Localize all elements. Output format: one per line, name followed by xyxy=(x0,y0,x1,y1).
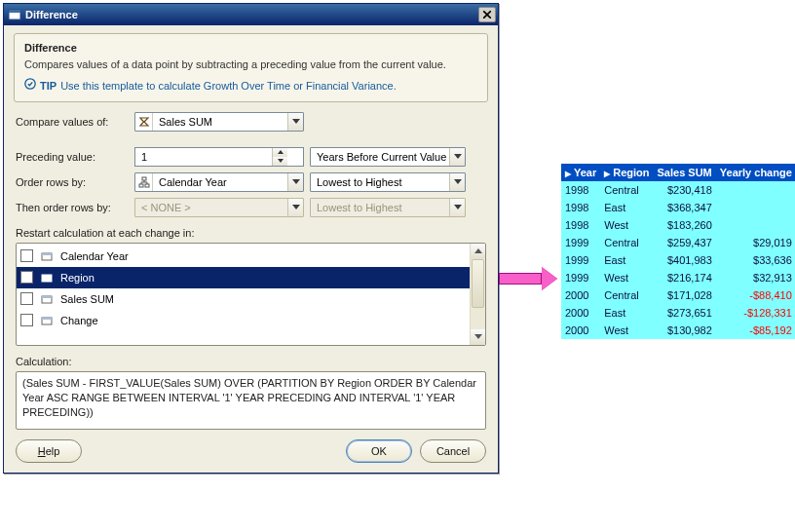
description-panel: Difference Compares values of a data poi… xyxy=(14,33,488,102)
table-cell: 1998 xyxy=(561,199,600,216)
table-cell: East xyxy=(600,199,653,216)
table-row: 2000Central$171,028-$88,410 xyxy=(561,286,795,304)
calc-label: Calculation: xyxy=(16,356,486,367)
hierarchy-icon xyxy=(135,173,153,191)
scrollbar-track[interactable] xyxy=(471,259,485,329)
preceding-value: 1 xyxy=(135,151,272,163)
restart-listbox[interactable]: Calendar Year✔RegionSales SUMChange xyxy=(16,243,486,346)
table-row: 1999East$401,983$33,636 xyxy=(561,251,795,269)
checkbox[interactable]: ✔ xyxy=(20,271,33,284)
window-title: Difference xyxy=(25,9,478,20)
table-cell: $33,636 xyxy=(716,251,795,269)
table-cell: East xyxy=(600,304,653,322)
checkbox[interactable] xyxy=(20,292,33,305)
table-row: 2000East$273,651-$128,331 xyxy=(561,304,795,322)
list-item[interactable]: Change xyxy=(17,310,470,331)
ok-button[interactable]: OK xyxy=(346,439,412,463)
svg-rect-5 xyxy=(142,177,146,180)
table-cell: Central xyxy=(600,234,653,251)
help-button[interactable]: Help xyxy=(16,439,82,463)
chevron-down-icon[interactable] xyxy=(449,173,465,191)
scrollbar-up-icon[interactable] xyxy=(471,244,485,259)
scrollbar[interactable] xyxy=(470,244,485,345)
order-by-select[interactable]: Calendar Year xyxy=(134,172,304,192)
table-cell: West xyxy=(600,216,653,234)
list-item[interactable]: ✔Region xyxy=(17,267,470,288)
chevron-down-icon[interactable] xyxy=(449,148,465,166)
table-cell: $216,174 xyxy=(654,269,716,286)
table-cell: $171,028 xyxy=(654,286,716,304)
table-cell: $273,651 xyxy=(654,304,716,322)
table-cell: $401,983 xyxy=(654,251,716,269)
table-cell: $29,019 xyxy=(716,234,795,251)
svg-rect-6 xyxy=(139,184,143,187)
cancel-button[interactable]: Cancel xyxy=(420,439,486,463)
restart-section: Restart calculation at each change in: C… xyxy=(16,227,486,346)
table-cell: 2000 xyxy=(561,322,600,339)
calc-textbox[interactable]: (Sales SUM - FIRST_VALUE(Sales SUM) OVER… xyxy=(16,371,486,430)
then-direction-select: Lowest to Highest xyxy=(310,198,466,217)
table-cell: West xyxy=(600,322,653,339)
header-year[interactable]: ▶Year xyxy=(561,164,600,181)
result-table: ▶Year ▶Region Sales SUM Yearly change 19… xyxy=(561,164,795,339)
tip-icon xyxy=(24,78,36,90)
checkbox[interactable] xyxy=(20,249,33,262)
order-direction-select[interactable]: Lowest to Highest xyxy=(310,172,466,192)
item-icon xyxy=(39,313,55,328)
item-icon xyxy=(39,291,55,307)
row-order: Order rows by: Calendar Year Lowest to H… xyxy=(16,172,486,192)
table-cell: -$128,331 xyxy=(716,304,795,322)
svg-rect-7 xyxy=(145,184,149,187)
header-change[interactable]: Yearly change xyxy=(716,164,795,181)
table-cell: 1999 xyxy=(561,269,600,286)
then-order-select[interactable]: < NONE > xyxy=(134,198,304,217)
table-cell: Central xyxy=(600,181,653,199)
table-cell: 1998 xyxy=(561,216,600,234)
list-item[interactable]: Sales SUM xyxy=(17,288,470,310)
chevron-down-icon[interactable] xyxy=(287,113,303,131)
dialog-body: Difference Compares values of a data poi… xyxy=(4,25,498,473)
chevron-down-icon xyxy=(449,199,465,216)
panel-title: Difference xyxy=(24,42,477,54)
close-button[interactable] xyxy=(478,7,496,22)
order-direction: Lowest to Highest xyxy=(311,176,449,188)
scrollbar-down-icon[interactable] xyxy=(471,329,485,345)
label-then-order: Then order rows by: xyxy=(16,202,129,213)
tip-row: TIP Use this template to calculate Growt… xyxy=(24,78,477,92)
compare-select[interactable]: Sales SUM xyxy=(134,112,304,132)
list-item-label: Calendar Year xyxy=(60,250,129,262)
checkbox[interactable] xyxy=(20,314,33,326)
svg-rect-13 xyxy=(42,296,52,298)
chevron-down-icon[interactable] xyxy=(287,199,303,216)
table-cell: 1998 xyxy=(561,181,600,199)
spinner-up-icon[interactable] xyxy=(273,148,287,157)
table-cell: West xyxy=(600,269,653,286)
spinner-down-icon[interactable] xyxy=(273,157,287,166)
then-order-value: < NONE > xyxy=(135,202,287,213)
result-body: 1998Central$230,4181998East$368,3471998W… xyxy=(561,181,795,339)
form-area: Compare values of: Sales SUM Preceding v… xyxy=(14,110,488,463)
tip-text: Use this template to calculate Growth Ov… xyxy=(60,80,397,92)
svg-rect-11 xyxy=(42,275,52,277)
header-sales[interactable]: Sales SUM xyxy=(654,164,716,181)
list-item[interactable]: Calendar Year xyxy=(17,246,470,267)
sum-icon xyxy=(135,113,153,131)
table-cell: $259,437 xyxy=(654,234,716,251)
preceding-unit: Years Before Current Value xyxy=(311,151,449,163)
item-icon xyxy=(39,270,55,285)
preceding-spinner[interactable]: 1 xyxy=(134,147,304,167)
header-region[interactable]: ▶Region xyxy=(600,164,653,181)
panel-description: Compares values of a data point by subtr… xyxy=(24,57,477,72)
table-row: 1998Central$230,418 xyxy=(561,181,795,199)
label-order: Order rows by: xyxy=(16,176,129,188)
list-item-label: Region xyxy=(60,272,95,284)
item-icon xyxy=(39,248,55,264)
preceding-unit-select[interactable]: Years Before Current Value xyxy=(310,147,466,167)
table-row: 1998East$368,347 xyxy=(561,199,795,216)
scrollbar-thumb[interactable] xyxy=(472,259,484,308)
chevron-down-icon[interactable] xyxy=(287,173,303,191)
svg-rect-1 xyxy=(9,10,20,13)
title-bar[interactable]: Difference xyxy=(4,4,498,25)
row-preceding: Preceding value: 1 Years Before Current … xyxy=(16,147,486,167)
svg-rect-15 xyxy=(42,318,52,320)
